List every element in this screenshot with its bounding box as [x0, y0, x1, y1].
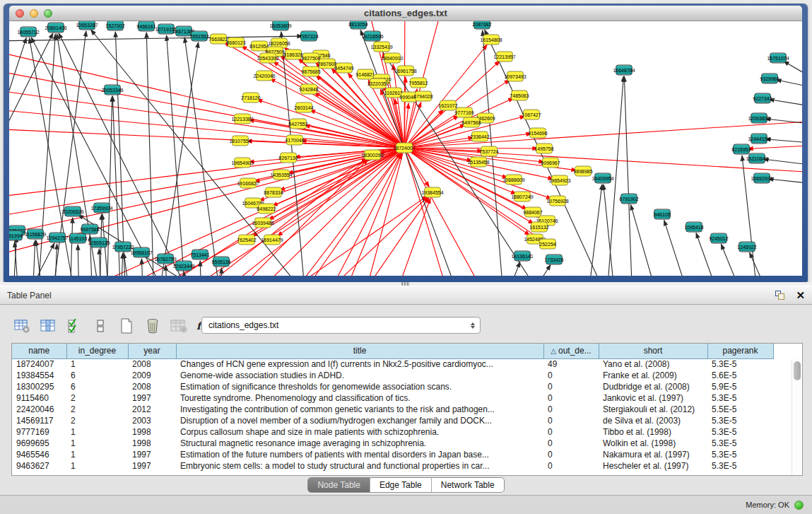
- tab-node-table[interactable]: Node Table: [308, 478, 370, 492]
- graph-node[interactable]: 2336442: [471, 132, 488, 142]
- graph-node[interactable]: 19654923: [551, 175, 568, 186]
- graph-node[interactable]: 9466161: [138, 21, 155, 32]
- table-cell[interactable]: Estimation of significance thresholds fo…: [176, 381, 543, 392]
- graph-node[interactable]: 14055712: [20, 27, 37, 37]
- table-cell[interactable]: 5.3E-5: [707, 358, 773, 370]
- graph-node[interactable]: 18640910: [384, 53, 401, 64]
- table-cell[interactable]: 1: [66, 426, 128, 438]
- new-column-button[interactable]: [116, 315, 137, 337]
- table-row[interactable]: 969969511998Structural magnetic resonanc…: [12, 438, 773, 449]
- graph-node[interactable]: 8878334: [265, 187, 282, 198]
- tab-edge-table[interactable]: Edge Table: [370, 478, 432, 492]
- graph-node[interactable]: 6791902: [620, 194, 637, 204]
- graph-node[interactable]: 7485063: [511, 90, 528, 101]
- graph-node[interactable]: 15135458: [470, 157, 487, 168]
- table-cell[interactable]: 2009: [128, 370, 176, 381]
- graph-node[interactable]: 391994: [9, 230, 23, 241]
- graph-node[interactable]: 12444154: [751, 134, 767, 144]
- graph-node[interactable]: 1615132: [531, 222, 548, 233]
- table-cell[interactable]: 6: [66, 381, 128, 392]
- graph-node[interactable]: 16053809: [272, 21, 289, 31]
- graph-node[interactable]: 1621072: [440, 100, 457, 111]
- graph-node[interactable]: 8096967: [542, 158, 559, 168]
- table-cell[interactable]: Estimation of the future numbers of pati…: [176, 449, 543, 460]
- table-cell[interactable]: 5.3E-5: [707, 460, 773, 472]
- column-header-name[interactable]: name: [12, 344, 66, 358]
- graph-node[interactable]: 13325419: [373, 42, 390, 52]
- graph-node[interactable]: 15692931: [753, 173, 770, 184]
- table-cell[interactable]: 1: [66, 438, 128, 449]
- column-header-pagerank[interactable]: pagerank: [707, 344, 773, 358]
- tab-network-table[interactable]: Network Table: [432, 478, 504, 492]
- graph-node[interactable]: 1245022: [739, 242, 755, 252]
- table-cell[interactable]: 0: [543, 415, 599, 426]
- table-cell[interactable]: 2: [66, 392, 128, 404]
- table-cell[interactable]: 6: [66, 370, 128, 381]
- graph-node[interactable]: 12213382: [234, 114, 251, 124]
- table-cell[interactable]: 9777169: [12, 426, 66, 438]
- graph-node[interactable]: 7537724: [481, 146, 498, 157]
- table-cell[interactable]: 1997: [128, 460, 176, 472]
- table-row[interactable]: 977716911998Corpus callosum shape and si…: [12, 426, 773, 438]
- table-cell[interactable]: 2: [66, 404, 128, 415]
- graph-node[interactable]: 4170046: [286, 135, 303, 146]
- graph-node[interactable]: 16648784: [616, 65, 632, 76]
- graph-node[interactable]: 10719155: [158, 24, 175, 35]
- graph-node[interactable]: 11156829: [27, 229, 44, 240]
- graph-node[interactable]: 6497568: [463, 117, 480, 128]
- table-cell[interactable]: 1998: [128, 438, 176, 449]
- graph-node[interactable]: 18300295: [364, 150, 381, 160]
- table-cell[interactable]: 5.6E-5: [707, 370, 773, 381]
- table-cell[interactable]: Genome-wide association studies in ADHD.: [176, 370, 543, 381]
- graph-node[interactable]: 12505135: [90, 238, 107, 248]
- graph-node[interactable]: 16914479: [264, 235, 281, 245]
- table-cell[interactable]: 0: [543, 392, 599, 404]
- table-row[interactable]: 1830029562008Estimation of significance …: [12, 381, 773, 392]
- graph-node[interactable]: 16210643: [748, 153, 765, 164]
- table-cell[interactable]: 1: [66, 358, 128, 370]
- network-canvas[interactable]: 1872400776638228660123891295418226058982…: [9, 21, 802, 276]
- table-cell[interactable]: 9465546: [12, 449, 66, 460]
- table-cell[interactable]: 0: [543, 426, 599, 438]
- graph-node[interactable]: 7663822: [210, 34, 227, 45]
- graph-node[interactable]: 9505136: [213, 257, 230, 267]
- table-cell[interactable]: 1: [66, 460, 128, 472]
- table-cell[interactable]: Embryonic stem cells: a model to study s…: [176, 460, 543, 472]
- table-row[interactable]: 1938455462009Genome-wide association stu…: [12, 370, 773, 381]
- graph-node[interactable]: 16782759: [157, 254, 174, 264]
- graph-node[interactable]: 8813054: [350, 21, 367, 30]
- graph-node[interactable]: 8215953: [733, 144, 750, 155]
- graph-node[interactable]: 9329966: [761, 74, 778, 84]
- table-cell[interactable]: 2003: [128, 415, 176, 426]
- table-cell[interactable]: 9699695: [12, 438, 66, 449]
- delete-column-button[interactable]: [142, 315, 163, 337]
- graph-node[interactable]: 12213957: [496, 52, 513, 62]
- table-cell[interactable]: 5.3E-5: [707, 438, 773, 449]
- graph-node[interactable]: 9154696: [529, 128, 546, 139]
- table-cell[interactable]: Stergiakouli et al. (2012): [599, 404, 707, 415]
- graph-node[interactable]: 1145193: [69, 233, 86, 244]
- table-cell[interactable]: Franke et al. (2009): [599, 370, 707, 381]
- graph-node[interactable]: 12942757: [49, 233, 66, 243]
- table-cell[interactable]: Corpus callosum shape and size in male p…: [176, 426, 543, 438]
- graph-node[interactable]: 20891406: [47, 23, 64, 33]
- table-cell[interactable]: 1998: [128, 426, 176, 438]
- graph-node[interactable]: 14353554: [273, 170, 290, 180]
- graph-node[interactable]: 8427552: [290, 119, 307, 129]
- table-cell[interactable]: Jankovic et al. (1997): [599, 392, 707, 404]
- graph-node[interactable]: 9245012: [710, 233, 727, 244]
- graph-node[interactable]: 18724007: [396, 143, 413, 153]
- graph-node[interactable]: 1495758: [536, 144, 553, 154]
- graph-node[interactable]: 14136141: [514, 251, 531, 262]
- table-cell[interactable]: 18300295: [12, 381, 66, 392]
- column-header-title[interactable]: title: [176, 344, 543, 358]
- graph-node[interactable]: 1527002: [107, 21, 124, 31]
- table-cell[interactable]: Tibbo et al. (1998): [599, 426, 707, 438]
- graph-node[interactable]: 7957224: [300, 31, 317, 42]
- table-cell[interactable]: 2012: [128, 404, 176, 415]
- table-select-dropdown[interactable]: citations_edges.txt: [201, 317, 481, 334]
- table-cell[interactable]: 22420046: [12, 404, 66, 415]
- graph-node[interactable]: 12093832: [751, 113, 767, 124]
- graph-node[interactable]: 10543392: [259, 53, 276, 64]
- table-cell[interactable]: 5.3E-5: [707, 415, 773, 426]
